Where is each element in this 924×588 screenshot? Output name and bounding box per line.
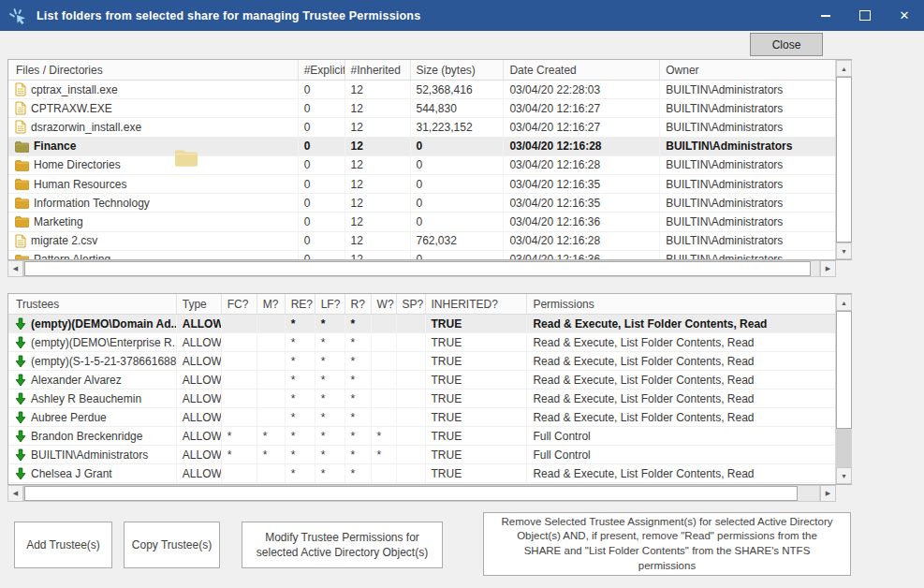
sp-cell [397,464,426,482]
scroll-track[interactable] [836,311,852,467]
w-cell [372,390,397,407]
table-row[interactable]: Ashley R BeaucheminALLOW***TRUERead & Ex… [8,390,836,408]
re-cell: * [286,371,315,389]
column-header[interactable]: W? [372,294,397,314]
trustees-horizontal-scrollbar[interactable]: ◀ ▶ [7,485,836,502]
trustees-vertical-scrollbar[interactable]: ▲ ▼ [835,294,851,484]
date-cell: 03/04/20 12:16:28 [504,232,660,250]
add-trustee-button[interactable]: Add Trustee(s) [14,522,112,568]
r-cell: * [345,333,372,351]
scroll-down-icon[interactable]: ▼ [836,243,852,259]
down-arrow-icon [15,317,26,331]
folder-icon [15,254,29,259]
name-cell: Human Resources [8,175,299,193]
size-cell: 0 [411,138,505,155]
table-row[interactable]: Information Technology012003/04/20 12:16… [8,194,836,213]
column-header[interactable]: FC? [222,294,257,314]
scroll-track[interactable] [23,260,820,277]
table-row[interactable]: cptrax_install.exe01252,368,41603/04/20 … [8,81,836,99]
table-row[interactable]: (empty)(DEMO\Domain Ad...ALLOW***TRUERea… [8,315,836,333]
table-row[interactable]: Derek E DublerALLOW***TRUERead & Execute… [8,483,836,484]
table-row[interactable]: Chelsea J GrantALLOW***TRUERead & Execut… [8,464,836,483]
down-arrow-icon [15,411,26,424]
column-header[interactable]: Date Created [504,60,660,80]
explicit-cell: 0 [299,156,345,174]
column-header[interactable]: Trustees [8,294,177,314]
inherited-cell: TRUE [426,371,528,389]
re-cell: * [286,446,315,463]
m-cell [257,483,286,484]
scroll-up-icon[interactable]: ▲ [836,294,852,311]
scroll-track[interactable] [23,485,820,502]
permissions-cell: Read & Execute, List Folder Contents, Re… [527,315,836,332]
column-header[interactable]: INHERITED? [426,294,528,314]
column-header[interactable]: R? [345,294,372,314]
table-row[interactable]: (empty)(DEMO\Enterprise R...ALLOW***TRUE… [8,333,836,352]
table-row[interactable]: CPTRAXW.EXE012544,83003/04/20 12:16:27BU… [8,99,836,118]
column-header[interactable]: SP? [397,294,426,314]
table-row[interactable]: Marketing012003/04/20 12:16:36BUILTIN\Ad… [8,213,836,231]
w-cell [372,352,397,370]
column-header[interactable]: Size (bytes) [411,60,505,80]
table-row[interactable]: (empty)(S-1-5-21-378661688...ALLOW***TRU… [8,352,836,371]
maximize-button[interactable] [845,0,885,31]
column-header[interactable]: RE? [286,294,315,314]
close-window-button[interactable]: ✕ [885,0,924,31]
size-cell: 762,032 [411,232,505,250]
column-header[interactable]: #Inherited [345,60,411,80]
column-header[interactable]: Files / Directories [8,60,299,80]
table-row[interactable]: Home Directories012003/04/20 12:16:28BUI… [8,156,836,175]
table-row[interactable]: Alexander AlvarezALLOW***TRUERead & Exec… [8,371,836,390]
scroll-left-icon[interactable]: ◀ [7,260,23,277]
scroll-track[interactable] [836,77,852,243]
files-vertical-scrollbar[interactable]: ▲ ▼ [835,60,851,259]
close-button[interactable]: Close [750,33,823,56]
titlebar[interactable]: List folders from selected share for man… [0,0,924,31]
table-row[interactable]: migrate 2.csv012762,03203/04/20 12:16:28… [8,232,836,251]
files-horizontal-scrollbar[interactable]: ◀ ▶ [7,260,836,277]
remove-trustee-assignments-button[interactable]: Remove Selected Trustee Assignment(s) fo… [483,512,851,576]
name-cell: Chelsea J Grant [8,464,177,482]
scroll-thumb[interactable] [24,486,798,501]
sp-cell [397,352,426,370]
column-header[interactable]: LF? [315,294,345,314]
name-cell: Ashley R Beauchemin [8,390,177,407]
table-row[interactable]: Brandon BreckenridgeALLOW******TRUEFull … [8,427,836,446]
scroll-thumb[interactable] [836,311,852,429]
column-header[interactable]: #Explicit [299,60,345,80]
column-header[interactable]: Owner [660,60,836,80]
folder-icon [15,140,29,153]
scroll-up-icon[interactable]: ▲ [836,60,852,77]
scroll-thumb[interactable] [836,77,852,243]
inherited-cell: TRUE [426,315,528,332]
column-header[interactable]: Permissions [527,294,836,314]
fc-cell: * [222,427,257,445]
sp-cell [397,446,426,463]
modify-trustee-permissions-button[interactable]: Modify Trustee Permissions for selected … [242,522,443,568]
scroll-thumb[interactable] [24,261,811,276]
scroll-right-icon[interactable]: ▶ [820,260,836,277]
table-row[interactable]: Finance012003/04/20 12:16:28BUILTIN\Admi… [8,138,836,156]
sp-cell [397,408,426,426]
name-cell: Alexander Alvarez [8,371,177,389]
table-row[interactable]: BUILTIN\AdministratorsALLOW******TRUEFul… [8,446,836,464]
table-row[interactable]: Pattern Alerting012003/04/20 12:16:36BUI… [8,251,836,259]
fc-cell [222,352,257,370]
table-row[interactable]: Human Resources012003/04/20 12:16:35BUIL… [8,175,836,194]
type-cell: ALLOW [177,333,222,351]
w-cell: * [372,427,397,445]
lf-cell: * [315,446,345,463]
explicit-cell: 0 [299,99,345,117]
table-row[interactable]: dsrazorwin_install.exe01231,223,15203/04… [8,118,836,137]
copy-trustee-button[interactable]: Copy Trustee(s) [124,522,220,568]
explicit-cell: 0 [299,138,345,155]
scroll-left-icon[interactable]: ◀ [7,485,23,502]
column-header[interactable]: M? [257,294,286,314]
table-row[interactable]: Aubree PerdueALLOW***TRUERead & Execute,… [8,408,836,427]
name-cell: (empty)(S-1-5-21-378661688... [8,352,177,370]
permissions-cell: Read & Execute, List Folder Contents, Re… [527,352,836,370]
column-header[interactable]: Type [177,294,222,314]
minimize-button[interactable] [806,0,845,31]
scroll-right-icon[interactable]: ▶ [820,485,836,502]
scroll-down-icon[interactable]: ▼ [836,467,852,484]
